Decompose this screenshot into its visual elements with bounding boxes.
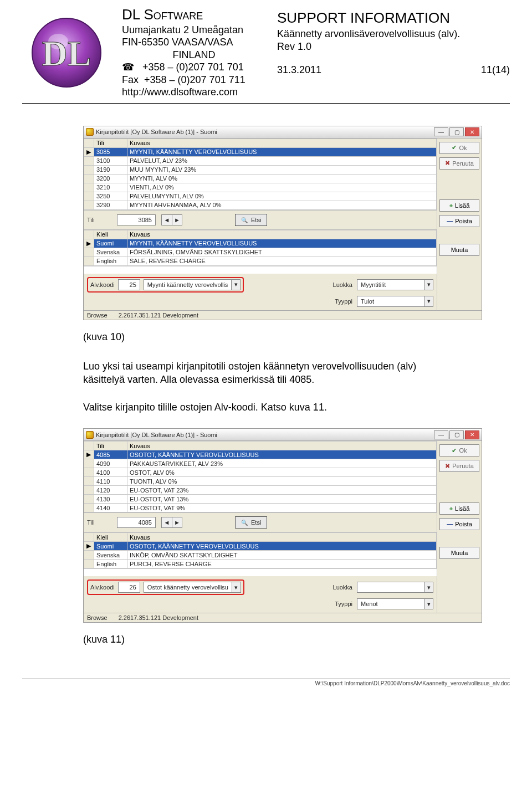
screenshot-kuva-11: Kirjanpitotilit [Oy DL Software Ab (1)] … xyxy=(83,428,482,623)
chevron-down-icon[interactable]: ▾ xyxy=(231,280,240,290)
col-kieli[interactable]: Kieli xyxy=(94,230,127,239)
phone-line: ☎ +358 – (0)207 701 701 xyxy=(122,61,266,74)
table-row: 3190MUU MYYNTI, ALV 23% xyxy=(84,165,437,174)
body-paragraph: Luo yksi tai useampi kirjanpitotili osto… xyxy=(83,360,449,387)
col-kieli[interactable]: Kieli xyxy=(94,533,127,542)
col-kuvaus[interactable]: Kuvaus xyxy=(127,533,437,542)
maximize-button[interactable]: ▢ xyxy=(449,430,464,439)
language-table[interactable]: KieliKuvaus ▶SuomiOSOTOT, KÄÄNNETTY VERO… xyxy=(84,532,437,568)
table-row: ▶SuomiOSOTOT, KÄÄNNETTY VEROVELVOLLISUUS xyxy=(84,542,437,551)
edit-button[interactable]: Muuta xyxy=(439,547,479,559)
support-subtitle: Käännetty arvonlisäverovelvollisuus (alv… xyxy=(277,28,510,40)
chevron-down-icon[interactable]: ▾ xyxy=(424,582,433,592)
alv-label: Alv.koodi xyxy=(90,281,115,288)
address-line: FIN-65350 VAASA/VASA xyxy=(122,36,266,49)
table-row: ▶SuomiMYYNTI, KÄÄNNETTY VEROVELVOLLISUUS xyxy=(84,239,437,248)
table-row: 3100PALVELUT, ALV 23% xyxy=(84,156,437,165)
tili-label: Tili xyxy=(87,519,111,526)
tyyppi-combo[interactable]: Menot▾ xyxy=(357,598,433,609)
close-button[interactable]: ✕ xyxy=(465,430,479,439)
company-name: DL Software xyxy=(122,6,266,24)
search-button[interactable]: Etsi xyxy=(235,516,267,529)
tyyppi-label: Tyyppi xyxy=(335,601,352,607)
next-icon[interactable]: ► xyxy=(172,215,182,225)
col-kuvaus[interactable]: Kuvaus xyxy=(127,139,437,147)
language-table[interactable]: KieliKuvaus ▶SuomiMYYNTI, KÄÄNNETTY VERO… xyxy=(84,230,437,266)
ok-button[interactable]: Ok xyxy=(439,444,479,457)
app-icon xyxy=(86,431,94,439)
window-title: Kirjanpitotilit [Oy DL Software Ab (1)] … xyxy=(96,432,217,438)
svg-text:DL: DL xyxy=(42,34,91,73)
check-icon xyxy=(452,447,457,454)
chevron-down-icon[interactable]: ▾ xyxy=(424,280,433,290)
search-icon xyxy=(241,519,248,526)
company-address-block: DL Software Uumajankatu 2 Umeågatan FIN-… xyxy=(122,6,266,99)
chevron-down-icon[interactable]: ▾ xyxy=(424,599,433,609)
add-button[interactable]: +Lisää xyxy=(439,502,479,515)
cancel-button[interactable]: Peruuta xyxy=(439,157,479,170)
table-row: 4140EU-OSTOT, VAT 9% xyxy=(84,504,437,512)
table-row: EnglishSALE, REVERSE CHARGE xyxy=(84,257,437,265)
maximize-button[interactable]: ▢ xyxy=(449,127,464,136)
chevron-down-icon[interactable]: ▾ xyxy=(232,582,241,592)
edit-button[interactable]: Muuta xyxy=(439,244,479,256)
accounts-table[interactable]: TiliKuvaus ▶3085MYYNTI, KÄÄNNETTY VEROVE… xyxy=(84,139,437,210)
company-logo: DL xyxy=(22,6,111,89)
tili-label: Tili xyxy=(87,217,111,223)
prev-icon[interactable]: ◄ xyxy=(162,215,172,225)
table-row: 3210VIENTI, ALV 0% xyxy=(84,183,437,192)
search-icon xyxy=(241,217,248,223)
minimize-button[interactable]: — xyxy=(434,127,448,136)
figure-caption-11: (kuva 11) xyxy=(83,634,510,645)
tili-input[interactable]: 4085 xyxy=(117,517,156,528)
delete-button[interactable]: —Poista xyxy=(439,518,479,530)
alv-combo[interactable]: Myynti käännetty verovelvollis▾ xyxy=(144,279,241,290)
alv-code-input[interactable]: 25 xyxy=(118,279,140,290)
nav-arrows[interactable]: ◄► xyxy=(161,517,182,528)
alv-code-input[interactable]: 26 xyxy=(118,582,140,593)
add-button[interactable]: +Lisää xyxy=(439,199,479,212)
minimize-button[interactable]: — xyxy=(434,430,448,439)
table-row: SvenskaINKÖP, OMVÄND SKATTSKYLDIGHET xyxy=(84,551,437,560)
next-icon[interactable]: ► xyxy=(172,517,182,527)
check-icon xyxy=(452,144,457,151)
luokka-label: Luokka xyxy=(333,584,352,591)
nav-arrows[interactable]: ◄► xyxy=(161,214,182,225)
alv-highlight: Alv.koodi 26 Ostot käännetty verovelvoll… xyxy=(87,579,244,595)
luokka-combo[interactable]: Myyntitilit▾ xyxy=(357,279,433,290)
luokka-combo[interactable]: ▾ xyxy=(357,582,433,593)
revision: Rev 1.0 xyxy=(277,40,510,53)
accounts-table[interactable]: TiliKuvaus ▶4085OSOTOT, KÄÄNNETTY VEROVE… xyxy=(84,441,437,512)
prev-icon[interactable]: ◄ xyxy=(162,517,172,527)
body-paragraph: Valitse kirjanpito tilille ostojen Alv-k… xyxy=(83,401,449,414)
col-kuvaus[interactable]: Kuvaus xyxy=(127,442,437,450)
status-mode: Browse xyxy=(87,312,108,319)
col-tili[interactable]: Tili xyxy=(94,442,127,450)
figure-caption-10: (kuva 10) xyxy=(83,331,510,343)
tyyppi-combo[interactable]: Tulot▾ xyxy=(357,296,433,307)
url-line: http://www.dlsoftware.com xyxy=(122,86,266,99)
phone-icon: ☎ xyxy=(122,61,134,73)
support-title: SUPPORT INFORMATION xyxy=(277,9,510,28)
col-kuvaus[interactable]: Kuvaus xyxy=(127,230,437,239)
tili-input[interactable]: 3085 xyxy=(117,214,156,225)
table-row: 4090PAKKAUSTARVIKKEET, ALV 23% xyxy=(84,459,437,468)
table-row: EnglishPURCH, REVERSE CHARGE xyxy=(84,560,437,568)
ok-button[interactable]: Ok xyxy=(439,142,479,154)
alv-label: Alv.koodi xyxy=(90,584,115,591)
support-info-block: SUPPORT INFORMATION Käännetty arvonlisäv… xyxy=(277,6,510,76)
chevron-down-icon[interactable]: ▾ xyxy=(424,296,433,306)
document-header: DL DL Software Uumajankatu 2 Umeågatan F… xyxy=(22,6,510,99)
header-divider xyxy=(22,103,510,104)
cancel-button[interactable]: Peruuta xyxy=(439,460,479,472)
close-button[interactable]: ✕ xyxy=(465,127,479,136)
search-button[interactable]: Etsi xyxy=(235,214,267,226)
luokka-label: Luokka xyxy=(333,281,352,288)
delete-button[interactable]: —Poista xyxy=(439,215,479,227)
alv-highlight: Alv.koodi 25 Myynti käännetty verovelvol… xyxy=(87,277,244,293)
address-line: FINLAND xyxy=(122,49,266,61)
col-tili[interactable]: Tili xyxy=(94,139,127,147)
alv-combo[interactable]: Ostot käännetty verovelvollisu▾ xyxy=(144,582,241,593)
table-row: 4100OSTOT, ALV 0% xyxy=(84,468,437,477)
address-line: Uumajankatu 2 Umeågatan xyxy=(122,24,266,37)
